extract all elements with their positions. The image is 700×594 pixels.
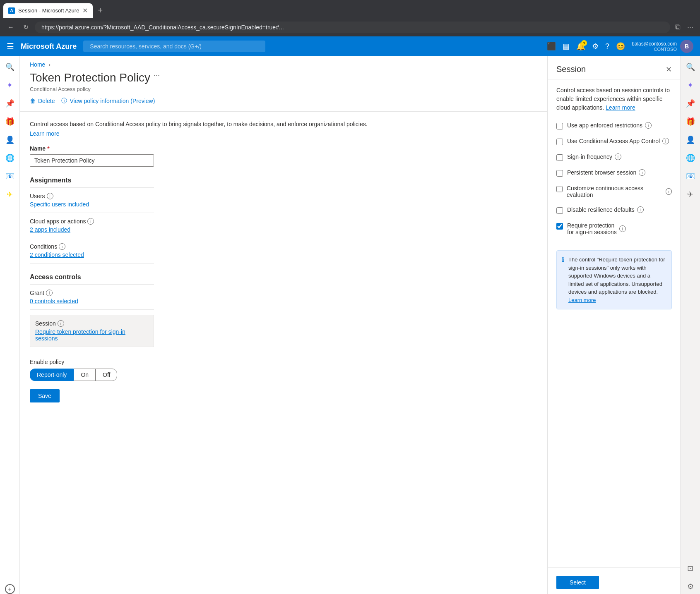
settings-icon[interactable]: ⚙	[592, 42, 599, 51]
conditional-access-info-icon[interactable]: i	[662, 138, 669, 144]
new-tab-button[interactable]: +	[94, 4, 106, 17]
sidebar-person-icon[interactable]: 👤	[2, 132, 17, 147]
disable-resilience-checkbox[interactable]	[556, 207, 563, 214]
right-plane-icon[interactable]: ✈	[683, 187, 698, 202]
policy-toggle-group: Report-only On Off	[30, 369, 537, 381]
select-button[interactable]: Select	[556, 576, 599, 589]
description-text: Control access based on Conditional Acce…	[30, 120, 537, 129]
user-email: balas@contoso.com	[632, 41, 677, 47]
cloud-apps-value[interactable]: 2 apps included	[30, 226, 70, 233]
sidebar-plane-icon[interactable]: ✈	[2, 187, 17, 202]
menu-button[interactable]: ☰	[7, 41, 14, 51]
grant-info-icon[interactable]: i	[46, 290, 53, 296]
tab-close-button[interactable]: ✕	[82, 7, 88, 14]
session-label: Session i	[35, 320, 149, 327]
require-protection-info-icon[interactable]: i	[619, 225, 626, 232]
require-protection-checkbox[interactable]	[556, 223, 563, 230]
customize-cae-checkbox[interactable]	[556, 186, 563, 192]
browser-menu-icon[interactable]: ···	[686, 21, 695, 33]
user-org: CONTOSO	[632, 47, 677, 52]
right-sphere-icon[interactable]: 🌐	[683, 151, 698, 165]
view-policy-label: View policy information (Preview)	[70, 98, 155, 104]
checkbox-customize-cae: Customize continuous access evaluation i	[556, 185, 672, 198]
grant-value[interactable]: 0 controls selected	[30, 298, 78, 304]
customize-cae-info-icon[interactable]: i	[666, 188, 672, 195]
persistent-browser-info-icon[interactable]: i	[639, 169, 645, 176]
right-bookmark-icon[interactable]: 📌	[683, 96, 698, 111]
delete-icon: 🗑	[30, 98, 36, 104]
conditional-access-checkbox[interactable]	[556, 139, 563, 145]
right-copilot-icon[interactable]: ✦	[683, 78, 698, 93]
sidebar-search-icon[interactable]: 🔍	[2, 60, 17, 74]
checkbox-require-protection: Require protectionfor sign-in sessions i	[556, 222, 672, 235]
disable-resilience-label: Disable resilience defaults i	[567, 206, 644, 213]
enable-policy-label: Enable policy	[30, 359, 537, 365]
save-button[interactable]: Save	[30, 389, 60, 402]
name-field: Name *	[30, 145, 537, 167]
active-tab[interactable]: A Session - Microsoft Azure ✕	[3, 3, 93, 18]
session-info-icon[interactable]: i	[58, 320, 64, 327]
notification-icon[interactable]: 🔔 1	[576, 42, 585, 51]
sidebar-bookmark-icon[interactable]: 📌	[2, 96, 17, 111]
close-session-panel-button[interactable]: ✕	[666, 65, 672, 74]
browser-extensions-icon[interactable]: ⧉	[674, 21, 682, 33]
sign-in-freq-info-icon[interactable]: i	[615, 153, 621, 160]
users-info-icon[interactable]: i	[47, 193, 53, 199]
user-menu[interactable]: balas@contoso.com CONTOSO B	[632, 40, 693, 53]
sign-in-freq-checkbox[interactable]	[556, 154, 563, 161]
back-button[interactable]: ←	[5, 22, 17, 33]
terminal-icon[interactable]: ⬛	[547, 42, 556, 51]
users-label: Users i	[30, 193, 154, 199]
tab-favicon: A	[8, 7, 15, 14]
disable-resilience-info-icon[interactable]: i	[637, 206, 644, 213]
info-box-learn-more-link[interactable]: Learn more	[568, 297, 596, 303]
right-search-icon[interactable]: 🔍	[683, 60, 698, 74]
app-enforced-info-icon[interactable]: i	[645, 122, 652, 129]
search-input[interactable]	[83, 41, 265, 52]
persistent-browser-checkbox[interactable]	[556, 170, 563, 177]
cloud-shell-icon[interactable]: ▤	[563, 42, 570, 51]
sidebar-outlook-icon[interactable]: 📧	[2, 169, 17, 184]
help-icon[interactable]: ?	[605, 42, 609, 51]
sidebar-sphere-icon[interactable]: 🌐	[2, 151, 17, 165]
session-item[interactable]: Session i Require token protection for s…	[30, 315, 154, 347]
session-value[interactable]: Require token protection for sign-in ses…	[35, 328, 125, 342]
conditions-value[interactable]: 2 conditions selected	[30, 251, 84, 258]
breadcrumb-home[interactable]: Home	[30, 61, 45, 68]
toggle-report-only[interactable]: Report-only	[30, 369, 74, 381]
required-indicator: *	[47, 145, 49, 152]
toggle-on[interactable]: On	[74, 369, 96, 381]
right-gift-icon[interactable]: 🎁	[683, 114, 698, 129]
info-box-icon: ℹ	[562, 256, 564, 304]
name-input[interactable]	[30, 154, 154, 167]
breadcrumb: Home ›	[20, 56, 547, 68]
sidebar-gift-icon[interactable]: 🎁	[2, 114, 17, 129]
feedback-icon[interactable]: 😊	[616, 42, 625, 51]
right-outlook-icon[interactable]: 📧	[683, 169, 698, 184]
right-expand-icon[interactable]: ⊡	[683, 561, 698, 576]
cloud-apps-info-icon[interactable]: i	[87, 218, 94, 225]
app-enforced-checkbox[interactable]	[556, 123, 563, 129]
checkbox-app-enforced: Use app enforced restrictions i	[556, 122, 672, 129]
conditions-info-icon[interactable]: i	[59, 243, 65, 250]
session-learn-more-link[interactable]: Learn more	[606, 104, 635, 111]
learn-more-link[interactable]: Learn more	[30, 130, 60, 137]
tab-label: Session - Microsoft Azure	[18, 7, 79, 14]
right-settings-icon[interactable]: ⚙	[683, 579, 698, 594]
page-actions: 🗑 Delete ⓘ View policy information (Prev…	[30, 97, 537, 105]
more-options-button[interactable]: ···	[154, 71, 160, 80]
toggle-off[interactable]: Off	[96, 369, 117, 381]
delete-button[interactable]: 🗑 Delete	[30, 98, 55, 104]
sidebar-copilot-icon[interactable]: ✦	[2, 78, 17, 93]
sign-in-freq-label: Sign-in frequency i	[567, 153, 621, 160]
right-person-icon[interactable]: 👤	[683, 132, 698, 147]
sidebar-add-icon[interactable]: +	[5, 584, 15, 594]
checkbox-sign-in-freq: Sign-in frequency i	[556, 153, 672, 161]
users-value[interactable]: Specific users included	[30, 201, 89, 208]
view-policy-button[interactable]: ⓘ View policy information (Preview)	[61, 97, 155, 105]
notification-badge: 1	[581, 40, 587, 46]
conditions-item: Conditions i 2 conditions selected	[30, 243, 154, 263]
refresh-button[interactable]: ↻	[20, 22, 31, 33]
page-title: Token Protection Policy	[30, 71, 150, 84]
address-bar[interactable]	[35, 22, 670, 33]
